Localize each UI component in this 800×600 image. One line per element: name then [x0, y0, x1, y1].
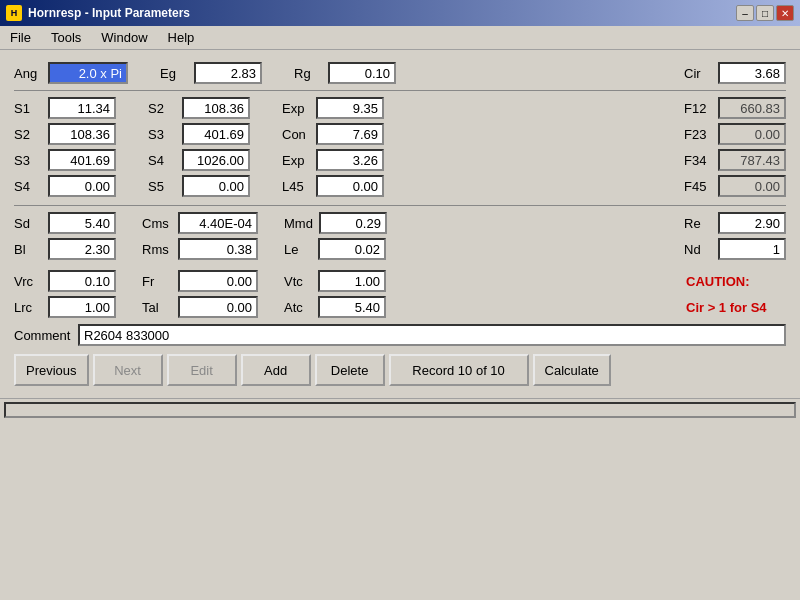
exp2-label: Exp: [282, 153, 310, 168]
s5-label: S5: [148, 179, 176, 194]
cms-label: Cms: [142, 216, 172, 231]
s4a-label: S4: [148, 153, 176, 168]
f12-input[interactable]: [718, 97, 786, 119]
l45-input[interactable]: [316, 175, 384, 197]
cir-label: Cir: [684, 66, 712, 81]
tal-label: Tal: [142, 300, 172, 315]
bl-label: Bl: [14, 242, 42, 257]
f45-input[interactable]: [718, 175, 786, 197]
f34-label: F34: [684, 153, 712, 168]
caution-detail: Cir > 1 for S4: [686, 300, 786, 315]
calculate-button[interactable]: Calculate: [533, 354, 611, 386]
mmd-label: Mmd: [284, 216, 313, 231]
fr-input[interactable]: [178, 270, 258, 292]
f23-label: F23: [684, 127, 712, 142]
rms-label: Rms: [142, 242, 172, 257]
ang-label: Ang: [14, 66, 42, 81]
rg-input[interactable]: [328, 62, 396, 84]
le-input[interactable]: [318, 238, 386, 260]
ang-input[interactable]: [48, 62, 128, 84]
delete-button[interactable]: Delete: [315, 354, 385, 386]
previous-button[interactable]: Previous: [14, 354, 89, 386]
maximize-button[interactable]: □: [756, 5, 774, 21]
exp2-input[interactable]: [316, 149, 384, 171]
tal-input[interactable]: [178, 296, 258, 318]
window-icon: H: [6, 5, 22, 21]
title-bar: H Hornresp - Input Parameters – □ ✕: [0, 0, 800, 26]
sd-label: Sd: [14, 216, 42, 231]
s3b-input[interactable]: [48, 149, 116, 171]
minimize-button[interactable]: –: [736, 5, 754, 21]
l45-label: L45: [282, 179, 310, 194]
eg-label: Eg: [160, 66, 188, 81]
atc-label: Atc: [284, 300, 312, 315]
s3b-label: S3: [14, 153, 42, 168]
lrc-label: Lrc: [14, 300, 42, 315]
vtc-input[interactable]: [318, 270, 386, 292]
exp1-label: Exp: [282, 101, 310, 116]
rg-label: Rg: [294, 66, 322, 81]
vtc-label: Vtc: [284, 274, 312, 289]
comment-label: Comment: [14, 328, 72, 343]
sd-input[interactable]: [48, 212, 116, 234]
bl-input[interactable]: [48, 238, 116, 260]
f45-label: F45: [684, 179, 712, 194]
s2a-input[interactable]: [182, 97, 250, 119]
menu-tools[interactable]: Tools: [45, 28, 87, 47]
status-bar: [0, 398, 800, 420]
f23-input[interactable]: [718, 123, 786, 145]
mmd-input[interactable]: [319, 212, 387, 234]
add-button[interactable]: Add: [241, 354, 311, 386]
caution-label: CAUTION:: [686, 274, 786, 289]
con-input[interactable]: [316, 123, 384, 145]
s4b-label: S4: [14, 179, 42, 194]
record-button[interactable]: Record 10 of 10: [389, 354, 529, 386]
s2b-label: S2: [14, 127, 42, 142]
atc-input[interactable]: [318, 296, 386, 318]
lrc-input[interactable]: [48, 296, 116, 318]
f12-label: F12: [684, 101, 712, 116]
cms-input[interactable]: [178, 212, 258, 234]
menu-window[interactable]: Window: [95, 28, 153, 47]
con-label: Con: [282, 127, 310, 142]
vrc-label: Vrc: [14, 274, 42, 289]
status-inner: [4, 402, 796, 418]
next-button[interactable]: Next: [93, 354, 163, 386]
rms-input[interactable]: [178, 238, 258, 260]
menu-bar: File Tools Window Help: [0, 26, 800, 50]
fr-label: Fr: [142, 274, 172, 289]
s2b-input[interactable]: [48, 123, 116, 145]
edit-button[interactable]: Edit: [167, 354, 237, 386]
s1-input[interactable]: [48, 97, 116, 119]
re-input[interactable]: [718, 212, 786, 234]
f34-input[interactable]: [718, 149, 786, 171]
menu-file[interactable]: File: [4, 28, 37, 47]
s1-label: S1: [14, 101, 42, 116]
le-label: Le: [284, 242, 312, 257]
vrc-input[interactable]: [48, 270, 116, 292]
s5-input[interactable]: [182, 175, 250, 197]
s4b-input[interactable]: [48, 175, 116, 197]
exp1-input[interactable]: [316, 97, 384, 119]
nd-input[interactable]: [718, 238, 786, 260]
nd-label: Nd: [684, 242, 712, 257]
menu-help[interactable]: Help: [162, 28, 201, 47]
comment-input[interactable]: [78, 324, 786, 346]
content-area: Ang Eg Rg Cir S1 S2 Exp F12: [0, 50, 800, 394]
s2a-label: S2: [148, 101, 176, 116]
window-title: Hornresp - Input Parameters: [28, 6, 190, 20]
eg-input[interactable]: [194, 62, 262, 84]
s3a-input[interactable]: [182, 123, 250, 145]
cir-input[interactable]: [718, 62, 786, 84]
re-label: Re: [684, 216, 712, 231]
s4a-input[interactable]: [182, 149, 250, 171]
s3a-label: S3: [148, 127, 176, 142]
close-button[interactable]: ✕: [776, 5, 794, 21]
